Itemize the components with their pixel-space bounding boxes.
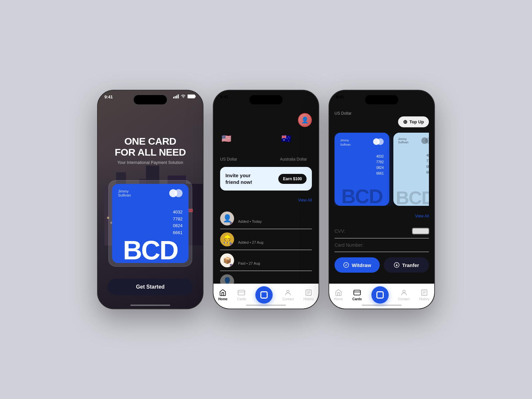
- card-number-value: 4032 7782 0824 6661: [387, 243, 429, 248]
- transfer-icon: [394, 262, 400, 268]
- phone-home: 9:41 Balance 👤: [213, 90, 319, 309]
- topup-button[interactable]: ⊕ Top Up: [398, 116, 429, 127]
- withdraw-button[interactable]: Witdraw: [334, 257, 380, 273]
- svg-rect-24: [409, 94, 410, 98]
- nav-home-3[interactable]: Home: [334, 289, 343, 301]
- history-icon-2: [305, 289, 312, 296]
- svg-rect-12: [303, 95, 311, 98]
- currency-label: US Dollar: [334, 111, 429, 116]
- svg-rect-30: [354, 290, 360, 295]
- svg-rect-21: [405, 97, 406, 98]
- card-section: Jimmy Sullivan 4032 7782: [108, 180, 192, 267]
- signal-icon-3: [405, 94, 410, 98]
- invite-banner[interactable]: Invite your friend now! Earn $100: [220, 167, 312, 191]
- txn-amount-0: + $600,00: [291, 216, 312, 221]
- transfer-button[interactable]: Tranfer: [384, 257, 429, 273]
- earn-button[interactable]: Earn $100: [278, 174, 307, 184]
- home-icon-2: [219, 289, 226, 296]
- transaction-title: Transaction: [220, 197, 254, 203]
- dynamic-island-2: [249, 95, 283, 104]
- nav-home-label-3: Home: [334, 297, 343, 301]
- nav-center-icon-3: [376, 291, 384, 299]
- home-indicator: [130, 305, 170, 306]
- nav-center-button-2[interactable]: [255, 286, 273, 304]
- svg-rect-9: [292, 95, 293, 98]
- nav-contact-2[interactable]: Contact: [282, 289, 294, 301]
- cards-icon-3: [353, 289, 361, 296]
- svg-rect-14: [238, 290, 245, 295]
- phone1-content: ONE CARD FOR ALL NEED Your International…: [98, 90, 203, 309]
- svg-rect-23: [408, 95, 409, 98]
- status-time: 9:41: [104, 94, 113, 99]
- txn-item-1[interactable]: 👷 🇺🇸 Louis Da Silva Added • 27 Aug + $8,…: [220, 229, 312, 250]
- card-blue[interactable]: Jimmy Sullivan 4032 7782 0824: [334, 133, 389, 206]
- home-indicator-3: [362, 305, 402, 306]
- cvv-value: [412, 228, 429, 234]
- txn-info-1: Louis Da Silva Added • 27 Aug: [238, 234, 270, 244]
- phone-cards: 9:41 US Dollar 1.230,60 ⊕ Top Up: [329, 90, 435, 309]
- status-icons-2: [289, 94, 312, 98]
- currency-usd: 🇺🇸 1.230,60 US Dollar: [220, 132, 267, 162]
- phone3-content: US Dollar 1.230,60 ⊕ Top Up Jimmy: [329, 108, 434, 309]
- svg-rect-8: [291, 96, 292, 98]
- svg-point-16: [287, 290, 289, 293]
- nav-cards-3[interactable]: Cards: [352, 289, 362, 301]
- contact-icon-2: [284, 289, 292, 296]
- status-icons-3: [405, 94, 428, 98]
- txn-left-1: 👷 🇺🇸 Louis Da Silva Added • 27 Aug: [220, 232, 270, 246]
- phone3-screen: 9:41 US Dollar 1.230,60 ⊕ Top Up: [329, 90, 434, 309]
- nav-cards-label-2: Cards: [237, 297, 246, 301]
- card-brand-logo: [169, 189, 183, 197]
- logo-c2: [377, 138, 384, 145]
- nav-history-3[interactable]: History: [419, 289, 430, 301]
- nav-history-2[interactable]: History: [303, 289, 314, 301]
- card-light-number: 403 778 082 666: [426, 153, 429, 175]
- balance-header: Balance 👤: [220, 113, 312, 127]
- card-detail-header: Card Detail View All: [334, 212, 429, 219]
- txn-avatar-1: 👷 🇺🇸: [220, 232, 234, 246]
- balance-title: Balance: [220, 116, 248, 124]
- card-bcd-text: BCD: [112, 235, 189, 263]
- svg-point-4: [183, 97, 184, 98]
- svg-rect-3: [178, 94, 179, 98]
- battery-icon-3: [419, 94, 428, 98]
- card-light[interactable]: Jimmy Sullivan 403 778 082: [393, 133, 429, 206]
- phone1-headline: ONE CARD FOR ALL NEED Your International…: [115, 136, 186, 165]
- svg-rect-6: [195, 96, 196, 97]
- amount-aud: 3.630,60: [280, 148, 312, 156]
- nav-contact-3[interactable]: Contact: [398, 289, 409, 301]
- nav-cards-2[interactable]: Cards: [237, 289, 246, 301]
- nav-home-2[interactable]: Home: [218, 289, 227, 301]
- get-started-button[interactable]: Get Started: [108, 279, 193, 295]
- view-all-transactions[interactable]: View All: [298, 198, 312, 202]
- nav-cards-label-3: Cards: [352, 297, 362, 301]
- card-number-label: Card Number:: [334, 242, 364, 248]
- card-light-logo: [421, 137, 429, 144]
- contact-icon-3: [400, 289, 408, 296]
- label-usd: US Dollar: [220, 157, 267, 162]
- txn-item-2[interactable]: 📦 🇺🇸 Amazon Store Paid • 27 Aug - $10,50: [220, 250, 312, 271]
- transfer-label: Tranfer: [402, 262, 419, 268]
- status-icons: [173, 94, 196, 98]
- phone1-title: ONE CARD FOR ALL NEED: [115, 136, 186, 158]
- phone2-content: Balance 👤 🇺🇸 1.230,60 US Dollar: [213, 108, 319, 309]
- view-all-cards[interactable]: View All: [415, 214, 429, 218]
- txn-sub-1: Added • 27 Aug: [238, 240, 270, 244]
- cards-scroll: Jimmy Sullivan 4032 7782 0824: [334, 133, 429, 206]
- svg-rect-22: [406, 96, 407, 98]
- card-header: Jimmy Sullivan: [118, 189, 183, 197]
- status-time-3: 9:41: [336, 94, 344, 99]
- txn-avatar-0: 👤 🇺🇸: [220, 211, 234, 225]
- nav-center-button-3[interactable]: [371, 286, 389, 304]
- txn-item-0[interactable]: 👤 🇺🇸 Alberto Montero Added • Today + $60…: [220, 208, 312, 229]
- withdraw-label: Witdraw: [352, 262, 371, 268]
- card-blue-header: Jimmy Sullivan: [340, 138, 384, 147]
- user-avatar[interactable]: 👤: [298, 113, 312, 127]
- battery-icon-2: [303, 94, 312, 98]
- card-number-row: Card Number: 4032 7782 0824 6661: [334, 238, 429, 252]
- wifi-icon: [181, 94, 186, 98]
- avatar-image: 👤: [299, 114, 311, 126]
- dynamic-island: [134, 95, 167, 104]
- txn-amount-2: - $10,50: [295, 258, 312, 263]
- card-blue-holder: Jimmy Sullivan: [340, 138, 351, 147]
